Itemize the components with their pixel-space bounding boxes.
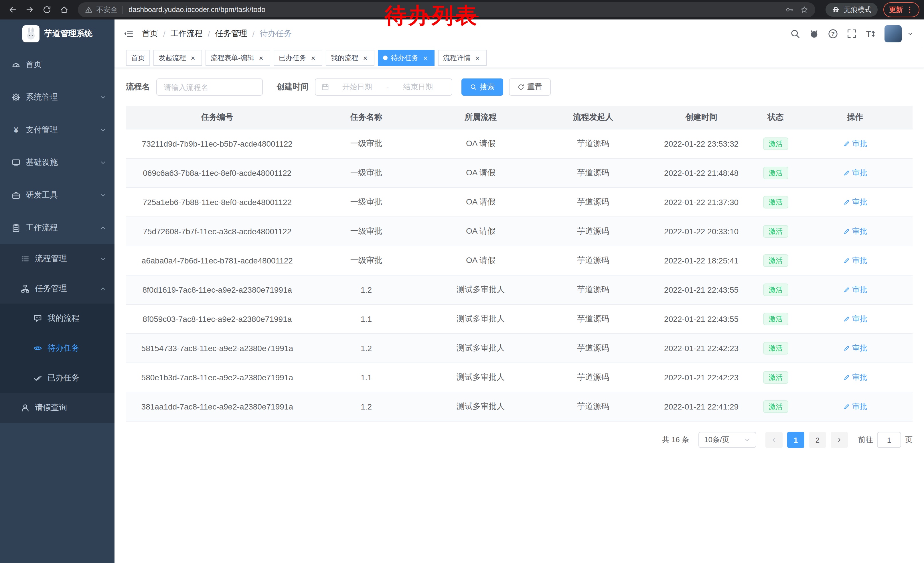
cell-initiator: 芋道源码 [537,363,649,392]
tab-initiate-process[interactable]: 发起流程 × [153,50,202,66]
key-icon[interactable] [786,6,794,14]
tab-my-process[interactable]: 我的流程 × [326,50,374,66]
tab-home[interactable]: 首页 [126,50,150,66]
tab-todo-tasks[interactable]: 待办任务 × [378,50,435,66]
help-icon[interactable]: ? [828,29,838,39]
tab-close-icon[interactable]: × [474,54,482,62]
breadcrumb-item-home[interactable]: 首页 [142,29,158,39]
prev-page-button[interactable] [765,432,783,448]
approve-link[interactable]: 审批 [843,314,867,324]
approve-link[interactable]: 审批 [843,139,867,149]
tab-close-icon[interactable]: × [309,54,317,62]
sidebar-item-task-mgmt[interactable]: 任务管理 [0,274,114,303]
goto-page-input[interactable] [877,432,901,448]
chevron-right-icon [836,437,843,443]
approve-link[interactable]: 审批 [843,168,867,178]
end-date-placeholder[interactable]: 结束日期 [390,82,446,92]
calendar-icon [321,83,329,91]
approve-link[interactable]: 审批 [843,226,867,237]
breadcrumb-item-task-mgmt[interactable]: 任务管理 [215,29,248,39]
todo-task-table: 任务编号 任务名称 所属流程 流程发起人 创建时间 状态 操作 73211d9d… [126,106,912,422]
approve-link[interactable]: 审批 [843,285,867,295]
tab-form-edit[interactable]: 流程表单-编辑 × [206,50,270,66]
table-row: 580e1b3d-7ac8-11ec-a9e2-a2380e71991a 1.1… [126,363,912,392]
tab-close-icon[interactable]: × [257,54,265,62]
approve-link[interactable]: 审批 [843,401,867,412]
fullscreen-icon[interactable] [847,29,857,39]
sidebar-menu: 首页 系统管理 ¥ 支付管理 基础设施 [0,48,114,563]
sidebar-item-process-mgmt[interactable]: 流程管理 [0,244,114,274]
approve-link-label: 审批 [852,226,867,237]
browser-update-button[interactable]: 更新 [884,2,920,17]
github-icon[interactable] [809,29,819,39]
approve-link[interactable]: 审批 [843,372,867,383]
sidebar: 芋道管理系统 首页 系统管理 ¥ 支付管理 [0,20,114,563]
font-size-icon[interactable]: T [866,29,876,39]
back-button[interactable] [4,2,21,18]
process-name-label: 流程名 [126,82,150,92]
status-badge: 激活 [763,284,788,296]
date-range-picker[interactable]: 开始日期 - 结束日期 [315,78,452,96]
table-row: 58154733-7ac8-11ec-a9e2-a2380e71991a 1.2… [126,333,912,363]
sidebar-item-my-process[interactable]: 我的流程 [0,303,114,333]
reload-button[interactable] [39,2,55,18]
breadcrumb-item-workflow[interactable]: 工作流程 [171,29,202,39]
incognito-icon [832,6,840,14]
start-date-placeholder[interactable]: 开始日期 [329,82,385,92]
tab-close-icon[interactable]: × [361,54,369,62]
bookmark-star-icon[interactable] [800,6,808,14]
search-button[interactable]: 搜索 [461,78,503,96]
url-text[interactable]: dashboard.yudao.iocoder.cn/bpm/task/todo [129,6,266,14]
user-avatar[interactable] [885,25,902,42]
tab-close-icon[interactable]: × [189,54,197,62]
chevron-down-icon [100,94,106,101]
edit-pen-icon [843,199,850,206]
approve-link-label: 审批 [852,139,867,149]
create-time-label: 创建时间 [276,82,309,92]
process-name-input[interactable] [156,78,263,96]
approve-link[interactable]: 审批 [843,255,867,266]
filter-bar: 流程名 创建时间 开始日期 - 结束日期 搜索 [126,78,912,96]
yen-icon: ¥ [12,125,21,134]
list-icon [21,254,30,263]
menu-dots-icon[interactable] [906,6,914,14]
cell-task-id: 580e1b3d-7ac8-11ec-a9e2-a2380e71991a [126,363,309,392]
table-row: 73211d9d-7b9b-11ec-b5b7-acde48001122 一级审… [126,129,912,158]
sidebar-item-label: 系统管理 [26,92,58,102]
status-badge: 激活 [763,313,788,326]
sidebar-item-workflow[interactable]: 工作流程 [0,211,114,244]
tab-label: 流程详情 [443,53,471,63]
col-header-task-name: 任务名称 [309,106,424,129]
tab-close-icon[interactable]: × [422,54,429,62]
cell-task-name: 一级审批 [309,188,424,217]
sidebar-item-devtools[interactable]: 研发工具 [0,179,114,211]
cell-created: 2022-01-22 21:48:48 [649,158,753,188]
page-button-1[interactable]: 1 [787,432,804,448]
page-size-select[interactable]: 10条/页 [699,432,756,448]
tab-process-detail[interactable]: 流程详情 × [438,50,487,66]
chevron-up-icon [100,224,106,231]
app-logo[interactable]: 芋道管理系统 [0,20,114,48]
sidebar-item-payment[interactable]: ¥ 支付管理 [0,113,114,146]
edit-pen-icon [843,170,850,176]
sidebar-item-home[interactable]: 首页 [0,48,114,81]
approve-link[interactable]: 审批 [843,343,867,353]
reset-button[interactable]: 重置 [509,78,551,96]
sidebar-toggle-button[interactable] [114,20,142,48]
sidebar-item-todo-task[interactable]: 待办任务 [0,333,114,363]
approve-link[interactable]: 审批 [843,197,867,207]
forward-button[interactable] [22,2,38,18]
page-button-2[interactable]: 2 [809,432,826,448]
avatar-caret-icon[interactable] [907,30,914,37]
home-button[interactable] [56,2,72,18]
search-icon[interactable] [790,29,800,39]
back-icon [8,5,17,14]
sidebar-item-done-task[interactable]: 已办任务 [0,363,114,393]
sidebar-item-system[interactable]: 系统管理 [0,81,114,113]
tab-done-tasks[interactable]: 已办任务 × [274,50,322,66]
sidebar-item-leave-query[interactable]: 请假查询 [0,393,114,423]
security-label[interactable]: 不安全 [96,5,118,15]
sidebar-item-infrastructure[interactable]: 基础设施 [0,146,114,179]
next-page-button[interactable] [831,432,848,448]
app-title: 芋道管理系统 [44,29,93,39]
